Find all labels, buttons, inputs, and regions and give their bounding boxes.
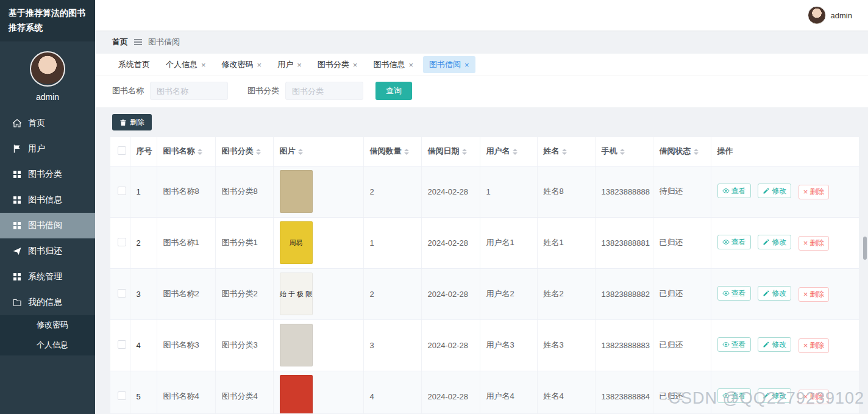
col-image[interactable]: 图片 (273, 137, 363, 166)
edit-button[interactable]: 修改 (758, 235, 791, 249)
view-label: 查看 (731, 237, 746, 248)
col-book-name[interactable]: 图书名称 (157, 137, 215, 166)
view-button[interactable]: 查看 (717, 388, 751, 403)
scrollbar-thumb[interactable] (863, 237, 867, 260)
edit-button[interactable]: 修改 (758, 337, 791, 352)
cell-qty: 3 (363, 319, 421, 371)
close-icon[interactable]: × (257, 61, 262, 69)
book-category-label: 图书分类 (247, 85, 279, 96)
row-checkbox[interactable] (118, 187, 126, 195)
cell-index: 1 (130, 166, 157, 217)
view-button[interactable]: 查看 (717, 286, 751, 301)
sidebar-profile: admin (0, 41, 95, 105)
sidebar-item-system-management[interactable]: 系统管理 (0, 264, 95, 290)
view-button[interactable]: 查看 (717, 184, 751, 198)
cell-phone: 13823888884 (595, 371, 653, 414)
table-header-row: 序号 图书名称 图书分类 图片 借阅数量 借阅日期 用户名 姓名 手机 借阅状态… (110, 137, 859, 166)
delete-button[interactable]: × 删除 (799, 338, 830, 353)
view-button[interactable]: 查看 (717, 337, 751, 352)
tab-personal-info[interactable]: 个人信息 × (160, 56, 212, 73)
close-icon[interactable]: × (201, 61, 206, 69)
sidebar-item-my-info[interactable]: 我的信息 (0, 290, 95, 315)
col-phone[interactable]: 手机 (595, 137, 653, 166)
breadcrumb-home[interactable]: 首页 (112, 37, 128, 48)
query-button[interactable]: 查询 (375, 82, 412, 100)
tab-users[interactable]: 用户 × (271, 56, 308, 73)
delete-button[interactable]: × 删除 (799, 390, 830, 404)
close-icon: × (803, 290, 808, 298)
sort-icon[interactable] (620, 146, 625, 157)
sidebar-subitem-change-password[interactable]: 修改密码 (0, 315, 95, 335)
tab-book-category[interactable]: 图书分类 × (311, 56, 364, 73)
bulk-delete-button[interactable]: 删除 (112, 114, 152, 130)
cell-name: 姓名4 (537, 371, 595, 414)
row-checkbox[interactable] (118, 391, 126, 400)
sidebar-item-home[interactable]: 首页 (0, 110, 95, 136)
row-checkbox[interactable] (118, 340, 126, 349)
sort-icon[interactable] (513, 146, 518, 157)
cell-status: 已归还 (653, 217, 711, 268)
menu-icon[interactable] (134, 39, 142, 45)
cell-username: 用户名1 (480, 217, 537, 268)
book-category-input[interactable] (285, 82, 363, 100)
main-area: admin 首页 图书借阅 系统首页 个人信息 × 修改密码 × 用户 × (95, 0, 868, 414)
row-checkbox[interactable] (118, 238, 126, 246)
sidebar-item-book-category[interactable]: 图书分类 (0, 162, 95, 187)
close-icon[interactable]: × (408, 61, 413, 69)
grid-icon (12, 195, 22, 205)
close-icon[interactable]: × (297, 61, 302, 69)
table-row: 5 图书名称4 图书分类4 4 2024-02-28 用户名4 姓名4 1382… (110, 371, 859, 414)
breadcrumb: 首页 图书借阅 (95, 30, 868, 54)
table-toolbar: 删除 (95, 107, 868, 137)
delete-button[interactable]: × 删除 (799, 287, 830, 302)
edit-button[interactable]: 修改 (758, 184, 791, 198)
view-button[interactable]: 查看 (717, 235, 751, 249)
eye-icon (722, 187, 730, 195)
sort-icon[interactable] (298, 146, 303, 157)
col-qty[interactable]: 借阅数量 (363, 137, 421, 166)
book-cover-image: 周易 (280, 221, 313, 264)
sidebar-item-book-return[interactable]: 图书归还 (0, 238, 95, 264)
sort-icon[interactable] (197, 146, 202, 157)
topbar-avatar[interactable] (808, 6, 826, 24)
sidebar-item-book-borrow[interactable]: 图书借阅 (0, 213, 95, 238)
tab-book-borrow[interactable]: 图书借阅 × (423, 56, 475, 73)
cell-date: 2024-02-28 (421, 319, 480, 371)
view-label: 查看 (731, 186, 746, 196)
sort-icon[interactable] (694, 146, 699, 157)
edit-icon (763, 187, 770, 195)
table-body: 1 图书名称8 图书分类8 2 2024-02-28 1 姓名8 1382388… (110, 166, 859, 414)
tab-change-password[interactable]: 修改密码 × (216, 56, 268, 73)
close-icon: × (803, 393, 808, 401)
tab-book-info[interactable]: 图书信息 × (367, 56, 419, 73)
book-name-input[interactable] (150, 82, 228, 100)
col-status[interactable]: 借阅状态 (653, 137, 711, 166)
sidebar-item-book-info[interactable]: 图书信息 (0, 187, 95, 213)
sort-icon[interactable] (256, 146, 261, 157)
table-row: 1 图书名称8 图书分类8 2 2024-02-28 1 姓名8 1382388… (110, 166, 859, 217)
sort-icon[interactable] (562, 146, 567, 157)
table-row: 3 图书名称2 图书分类2 始 于 极 限 2 2024-02-28 用户名2 … (110, 268, 859, 319)
edit-button[interactable]: 修改 (758, 286, 791, 301)
cell-book-name: 图书名称1 (157, 217, 215, 268)
delete-button[interactable]: × 删除 (799, 185, 830, 199)
tab-system-home[interactable]: 系统首页 (112, 56, 156, 73)
sort-icon[interactable] (462, 146, 467, 157)
delete-button[interactable]: × 删除 (799, 236, 830, 251)
sidebar-item-users[interactable]: 用户 (0, 136, 95, 162)
select-all-checkbox[interactable] (118, 146, 126, 155)
edit-icon (763, 238, 770, 246)
col-date[interactable]: 借阅日期 (421, 137, 480, 166)
cell-status: 已归还 (653, 319, 711, 371)
close-icon[interactable]: × (464, 61, 469, 69)
close-icon[interactable]: × (353, 61, 358, 69)
col-name[interactable]: 姓名 (537, 137, 595, 166)
edit-button[interactable]: 修改 (758, 388, 791, 403)
sidebar-subitem-personal-info[interactable]: 个人信息 (0, 335, 95, 355)
row-checkbox[interactable] (118, 289, 126, 298)
sidebar: 基于推荐算法的图书推荐系统 admin 首页 用户 图书分类 图书信息 (0, 0, 95, 414)
edit-icon (763, 341, 770, 348)
col-username[interactable]: 用户名 (480, 137, 537, 166)
sort-icon[interactable] (404, 146, 409, 157)
col-category[interactable]: 图书分类 (215, 137, 273, 166)
